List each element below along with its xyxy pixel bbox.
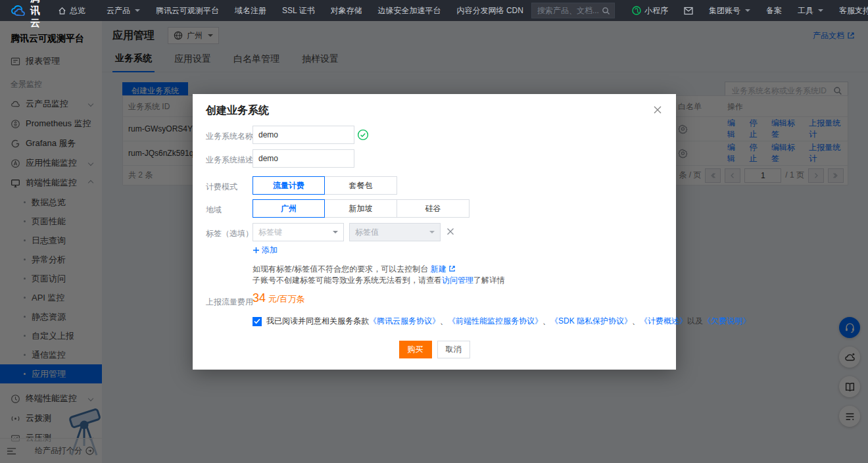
nav-edge-security[interactable]: 边缘安全加速平台: [370, 0, 449, 21]
tag-value-select[interactable]: 标签值: [349, 223, 441, 241]
agreement-row: 我已阅读并同意相关服务条款 《腾讯云服务协议》、 《前端性能监控服务协议》、 《…: [253, 316, 750, 327]
global-search: [531, 3, 615, 18]
external-link-icon: [448, 265, 456, 272]
add-tag-link[interactable]: 添加: [253, 245, 277, 256]
nav-beian[interactable]: 备案: [758, 0, 790, 21]
name-input[interactable]: [253, 126, 354, 144]
agreement-checkbox[interactable]: [253, 317, 262, 326]
desc-label: 业务系统描述: [206, 155, 253, 166]
nav-observability-platform[interactable]: 腾讯云可观测平台: [148, 0, 227, 21]
remove-tag-icon[interactable]: [446, 228, 454, 235]
cam-link[interactable]: 访问管理: [442, 276, 473, 285]
nav-support[interactable]: 客服支持: [831, 0, 868, 21]
search-icon[interactable]: [602, 7, 610, 15]
billing-option-package[interactable]: 套餐包: [325, 176, 397, 195]
fee-label: 上报流量费用: [206, 297, 253, 308]
nav-ssl[interactable]: SSL 证书: [274, 0, 323, 21]
tencent-cloud-logo-icon: [11, 5, 26, 16]
billing-option-traffic[interactable]: 流量计费: [253, 176, 325, 195]
nav-mini-program[interactable]: 小程序: [624, 0, 676, 21]
tag-key-select[interactable]: 标签键: [253, 223, 344, 241]
chevron-down-icon: [745, 9, 750, 12]
nav-cloud-products[interactable]: 云产品: [99, 0, 148, 21]
nav-domain[interactable]: 域名注册: [227, 0, 274, 21]
agreement-link-arrears[interactable]: 《欠费说明》: [703, 316, 750, 327]
tag-note-line2: 子账号不创建标签可能导致业务系统无法看到，请查看访问管理了解详情: [253, 275, 505, 286]
home-icon: [58, 7, 66, 15]
nav-overview[interactable]: 总览: [50, 0, 93, 21]
close-icon[interactable]: [651, 103, 664, 116]
tag-note-line1: 如现有标签/标签值不符合您的要求，可以去控制台 新建: [253, 264, 456, 275]
top-navbar: 腾讯云 总览 云产品 腾讯云可观测平台 域名注册 SSL 证书 对象存储 边缘安…: [0, 0, 868, 21]
tag-label: 标签（选填）: [206, 228, 253, 239]
agreement-link-rum[interactable]: 《前端性能监控服务协议》: [448, 316, 542, 327]
global-search-input[interactable]: [536, 5, 602, 16]
valid-check-icon: [357, 129, 369, 141]
agreement-link-service[interactable]: 《腾讯云服务协议》: [369, 316, 440, 327]
nav-messages[interactable]: [676, 0, 701, 21]
nav-cos[interactable]: 对象存储: [323, 0, 370, 21]
region-label: 地域: [206, 205, 222, 216]
create-tag-link[interactable]: 新建: [431, 264, 446, 274]
desc-input[interactable]: [253, 149, 354, 168]
nav-group-account[interactable]: 集团账号: [701, 0, 758, 21]
tencent-cloud-logo[interactable]: 腾讯云: [0, 0, 50, 30]
billing-mode-segment: 流量计费 套餐包: [253, 176, 397, 195]
agreement-link-sdk-privacy[interactable]: 《SDK 隐私保护协议》: [550, 316, 632, 327]
app-window: 腾讯云 总览 云产品 腾讯云可观测平台 域名注册 SSL 证书 对象存储 边缘安…: [0, 0, 868, 463]
dialog-title: 创建业务系统: [206, 104, 269, 118]
chevron-down-icon: [818, 9, 823, 12]
nav-cdn[interactable]: 内容分发网络 CDN: [449, 0, 531, 21]
region-segment: 广州 新加坡 硅谷: [253, 199, 470, 218]
create-business-system-dialog: 创建业务系统 业务系统名称* 业务系统描述 计费模式 流量计费 套餐包 地域 广…: [193, 94, 676, 370]
region-option-guangzhou[interactable]: 广州: [253, 199, 325, 218]
region-option-siliconvalley[interactable]: 硅谷: [397, 199, 470, 218]
mini-program-icon: [632, 6, 641, 15]
message-icon: [684, 7, 693, 15]
dialog-footer: 购买 取消: [193, 341, 676, 358]
agreement-link-billing[interactable]: 《计费概述》: [640, 316, 687, 327]
name-label: 业务系统名称*: [206, 131, 258, 142]
cancel-button[interactable]: 取消: [437, 341, 470, 358]
chevron-down-icon: [333, 231, 338, 233]
brand-text: 腾讯云: [30, 0, 41, 30]
billing-mode-label: 计费模式: [206, 182, 237, 193]
buy-button[interactable]: 购买: [399, 341, 432, 358]
chevron-down-icon: [135, 9, 140, 12]
plus-icon: [253, 247, 260, 254]
chevron-down-icon: [429, 231, 435, 233]
region-option-singapore[interactable]: 新加坡: [325, 199, 397, 218]
nav-tools[interactable]: 工具: [790, 0, 831, 21]
fee-value: 34元/百万条: [253, 291, 305, 305]
